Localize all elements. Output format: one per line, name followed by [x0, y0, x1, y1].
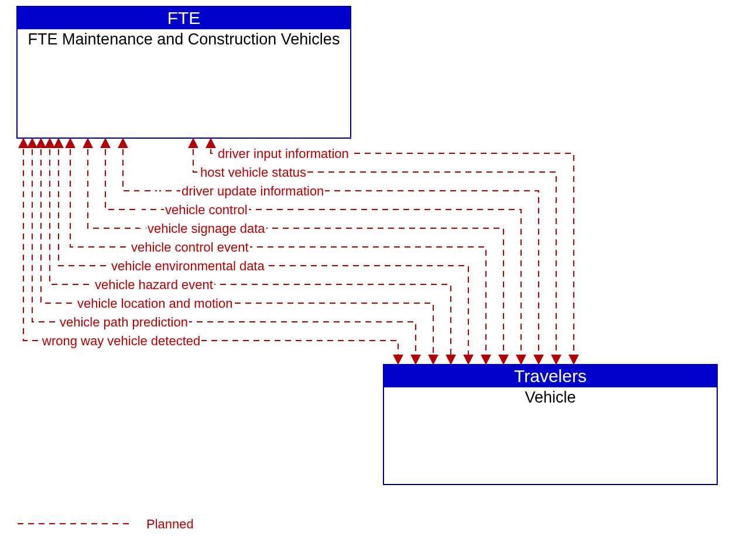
flow-label-driver-input-information: driver input information [217, 146, 350, 162]
flow-label-vehicle-control: vehicle control [164, 202, 249, 218]
flow-label-host-vehicle-status: host vehicle status [199, 165, 307, 180]
entity-body-travelers: Vehicle [384, 387, 717, 408]
flow-label-vehicle-signage-data: vehicle signage data [146, 221, 266, 236]
flow-label-driver-update-information: driver update information [180, 184, 325, 199]
flow-label-vehicle-environmental-data: vehicle environmental data [110, 259, 266, 274]
entity-box-travelers: Travelers Vehicle [383, 364, 718, 485]
legend-planned-label: Planned [146, 517, 194, 532]
flow-label-vehicle-location-and-motion: vehicle location and motion [76, 296, 234, 311]
flow-label-wrong-way-vehicle-detected: wrong way vehicle detected [41, 334, 201, 349]
entity-box-fte: FTE FTE Maintenance and Construction Veh… [16, 6, 351, 139]
flow-label-vehicle-control-event: vehicle control event [130, 240, 250, 255]
entity-body-fte: FTE Maintenance and Construction Vehicle… [18, 29, 350, 50]
entity-header-travelers: Travelers [384, 365, 717, 387]
flow-label-vehicle-path-prediction: vehicle path prediction [59, 315, 189, 330]
flow-label-vehicle-hazard-event: vehicle hazard event [94, 277, 214, 293]
entity-header-fte: FTE [18, 7, 350, 29]
